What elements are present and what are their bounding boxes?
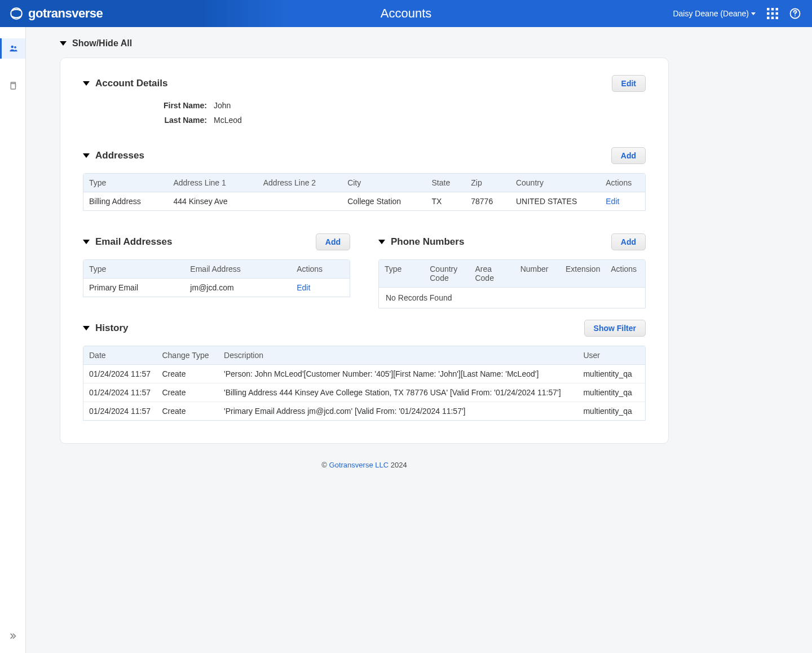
section-addresses: Addresses Add Type Address Line 1 Addres… [83,147,646,211]
th-description: Description [218,346,577,364]
td-zip: 78776 [465,192,510,210]
th-line2: Address Line 2 [258,174,342,192]
th-city: City [342,174,426,192]
td-date: 01/24/2024 11:57 [83,383,156,402]
svg-rect-9 [776,17,778,19]
toggle-show-hide-all[interactable]: Show/Hide All [60,38,669,48]
help-icon[interactable] [789,8,801,19]
logo-icon [9,6,24,21]
td-description: 'Primary Email Address jm@jcd.com' [Vali… [218,402,577,420]
td-date: 01/24/2024 11:57 [83,365,156,383]
th-country: Country [510,174,600,192]
triangle-icon [83,326,90,330]
td-type: Primary Email [83,279,184,297]
footer: © Gotransverse LLC 2024 [60,461,669,469]
svg-point-13 [14,46,16,48]
sidebar [0,27,26,653]
td-user: multientity_qa [577,383,645,402]
first-name-value: John [214,101,231,110]
td-date: 01/24/2024 11:57 [83,402,156,420]
edit-account-button[interactable]: Edit [612,75,646,92]
last-name-label: Last Name: [156,116,207,125]
th-state: State [426,174,466,192]
svg-rect-3 [776,8,778,10]
page-title: Accounts [381,6,432,21]
sidebar-item-copy[interactable] [0,76,25,96]
table-row: 01/24/2024 11:57 Create 'Primary Email A… [83,402,645,420]
td-city: College Station [342,192,426,210]
logo[interactable]: gotransverse [0,6,103,21]
table-row: Primary Email jm@jcd.com Edit [83,279,350,297]
td-email: jm@jcd.com [184,279,291,297]
th-user: User [577,346,645,364]
footer-year: 2024 [391,461,407,469]
edit-email-link[interactable]: Edit [291,279,350,297]
th-zip: Zip [465,174,510,192]
add-email-button[interactable]: Add [316,233,350,250]
apps-icon[interactable] [767,8,778,19]
section-account-details: Account Details Edit First Name: John La… [83,75,646,125]
td-line2 [258,192,342,210]
user-menu[interactable]: Daisy Deane (Deane) [673,9,756,18]
svg-rect-1 [767,8,769,10]
table-row: Billing Address 444 Kinsey Ave College S… [83,192,645,210]
th-type: Type [83,174,167,192]
addresses-table: Type Address Line 1 Address Line 2 City … [83,173,646,211]
add-address-button[interactable]: Add [611,147,646,164]
layout: Show/Hide All Account Details Edit First… [0,27,812,653]
sidebar-expand[interactable] [9,632,17,642]
td-type: Billing Address [83,192,167,210]
th-area-code: Area Code [469,260,514,287]
th-type: Type [83,260,184,278]
header-right: Daisy Deane (Deane) [673,8,812,19]
chevron-right-double-icon [9,632,17,640]
th-number: Number [515,260,560,287]
section-history: History Show Filter Date Change Type Des… [83,320,646,421]
section-phones: Phone Numbers Add Type Country Code Area… [378,233,646,320]
section-title-phones[interactable]: Phone Numbers [378,236,464,248]
footer-link[interactable]: Gotransverse LLC [329,461,389,469]
th-date: Date [83,346,156,364]
account-details-body: First Name: John Last Name: McLeod [83,101,646,125]
detail-row-first-name: First Name: John [156,101,646,110]
th-change-type: Change Type [156,346,218,364]
section-title-account-details[interactable]: Account Details [83,78,167,89]
emails-table: Type Email Address Actions Primary Email… [83,259,350,297]
sidebar-item-accounts[interactable] [0,38,25,59]
td-change-type: Create [156,383,218,402]
triangle-icon [83,81,90,86]
td-change-type: Create [156,402,218,420]
app-header: gotransverse Accounts Daisy Deane (Deane… [0,0,812,27]
td-user: multientity_qa [577,365,645,383]
th-actions: Actions [600,174,645,192]
last-name-value: McLeod [214,116,242,125]
td-change-type: Create [156,365,218,383]
add-phone-button[interactable]: Add [611,233,646,250]
triangle-icon [83,153,90,158]
section-title-addresses[interactable]: Addresses [83,150,144,161]
no-records: No Records Found [379,288,645,308]
svg-rect-7 [767,17,769,19]
svg-rect-8 [771,17,774,19]
show-filter-button[interactable]: Show Filter [584,320,646,337]
svg-rect-14 [11,83,15,89]
edit-address-link[interactable]: Edit [600,192,645,210]
svg-point-12 [11,46,14,48]
th-extension: Extension [560,260,605,287]
th-line1: Address Line 1 [167,174,257,192]
section-title-history[interactable]: History [83,323,129,334]
triangle-icon [83,240,90,244]
triangle-icon [378,240,385,244]
users-icon [8,43,19,54]
td-country: UNITED STATES [510,192,600,210]
user-label: Daisy Deane (Deane) [673,9,749,18]
table-row: 01/24/2024 11:57 Create 'Person: John Mc… [83,365,645,383]
section-title-emails[interactable]: Email Addresses [83,236,172,248]
table-row: 01/24/2024 11:57 Create 'Billing Address… [83,383,645,402]
svg-rect-5 [771,12,774,15]
history-table: Date Change Type Description User 01/24/… [83,346,646,421]
detail-row-last-name: Last Name: McLeod [156,116,646,125]
th-country-code: Country Code [424,260,469,287]
logo-text: gotransverse [28,6,103,21]
svg-rect-4 [767,12,769,15]
